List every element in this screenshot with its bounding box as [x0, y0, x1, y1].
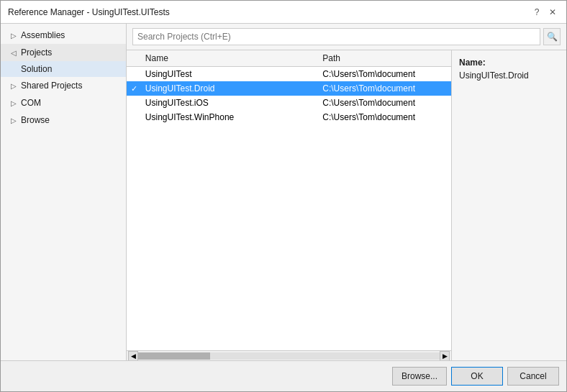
sidebar-item-com-label: COM: [21, 98, 41, 108]
header-check-col: [127, 53, 142, 63]
scroll-track[interactable]: [138, 352, 440, 360]
title-bar-controls: ? ✕: [530, 6, 559, 19]
table-header: Name Path: [127, 50, 451, 67]
row4-path: C:\Users\Tom\document: [319, 112, 451, 122]
search-button[interactable]: 🔍: [543, 28, 561, 45]
row3-name: UsingUITest.iOS: [142, 98, 319, 108]
table-area: Name Path UsingUITest C:\Users\Tom\docum…: [127, 50, 451, 350]
com-expand-icon: ▷: [11, 99, 18, 107]
cancel-button[interactable]: Cancel: [507, 367, 559, 386]
info-label: Name:: [459, 58, 559, 68]
info-value: UsingUITest.Droid: [459, 70, 559, 81]
sidebar: ▷ Assemblies ◁ Projects Solution ▷ Share…: [1, 24, 127, 360]
search-bar: 🔍: [127, 24, 566, 50]
content-area: ▷ Assemblies ◁ Projects Solution ▷ Share…: [1, 24, 566, 360]
header-name-col: Name: [142, 53, 319, 63]
sidebar-item-shared-projects-label: Shared Projects: [21, 81, 82, 91]
dialog: Reference Manager - UsingUITest.UITests …: [0, 0, 567, 392]
sidebar-item-assemblies-label: Assemblies: [21, 30, 65, 40]
row2-name: UsingUITest.Droid: [142, 83, 319, 94]
row3-path: C:\Users\Tom\document: [319, 98, 451, 108]
row4-name: UsingUITest.WinPhone: [142, 112, 319, 122]
shared-projects-expand-icon: ▷: [11, 82, 18, 90]
footer: Browse... OK Cancel: [1, 360, 566, 391]
table-container: Name Path UsingUITest C:\Users\Tom\docum…: [127, 50, 451, 360]
sidebar-item-solution-label: Solution: [21, 64, 52, 74]
sidebar-item-shared-projects[interactable]: ▷ Shared Projects: [1, 77, 126, 94]
check-icon: ✓: [131, 84, 137, 94]
table-info-split: Name Path UsingUITest C:\Users\Tom\docum…: [127, 50, 566, 360]
dialog-title: Reference Manager - UsingUITest.UITests: [8, 7, 170, 17]
browse-expand-icon: ▷: [11, 117, 18, 124]
scroll-left-button[interactable]: ◀: [128, 351, 138, 361]
row1-name: UsingUITest: [142, 69, 319, 79]
help-button[interactable]: ?: [530, 6, 543, 19]
table-row[interactable]: UsingUITest.iOS C:\Users\Tom\document: [127, 96, 451, 110]
scroll-thumb[interactable]: [138, 352, 210, 360]
sidebar-item-solution[interactable]: Solution: [1, 61, 126, 77]
table-row[interactable]: UsingUITest C:\Users\Tom\document: [127, 67, 451, 81]
browse-button[interactable]: Browse...: [392, 367, 447, 386]
title-bar: Reference Manager - UsingUITest.UITests …: [1, 1, 566, 24]
sidebar-item-projects[interactable]: ◁ Projects: [1, 44, 126, 61]
table-row[interactable]: UsingUITest.WinPhone C:\Users\Tom\docume…: [127, 110, 451, 124]
sidebar-item-browse-label: Browse: [21, 115, 50, 125]
row2-check[interactable]: ✓: [127, 84, 142, 94]
search-input[interactable]: [132, 28, 540, 45]
scroll-right-button[interactable]: ▶: [440, 351, 450, 361]
sidebar-item-projects-label: Projects: [21, 47, 52, 58]
projects-expand-icon: ◁: [11, 49, 18, 57]
table-row[interactable]: ✓ UsingUITest.Droid C:\Users\Tom\documen…: [127, 81, 451, 96]
ok-button[interactable]: OK: [451, 367, 503, 386]
sidebar-item-browse[interactable]: ▷ Browse: [1, 111, 126, 129]
search-icon: 🔍: [547, 32, 558, 42]
assemblies-expand-icon: ▷: [11, 32, 18, 40]
row1-path: C:\Users\Tom\document: [319, 69, 451, 79]
row2-path: C:\Users\Tom\document: [319, 83, 451, 94]
header-path-col: Path: [319, 53, 451, 63]
horizontal-scrollbar: ◀ ▶: [127, 350, 451, 360]
sidebar-item-assemblies[interactable]: ▷ Assemblies: [1, 27, 126, 44]
sidebar-item-com[interactable]: ▷ COM: [1, 94, 126, 111]
close-button[interactable]: ✕: [546, 6, 559, 19]
main-area: 🔍 Name Path: [127, 24, 566, 360]
info-panel: Name: UsingUITest.Droid: [451, 50, 566, 360]
